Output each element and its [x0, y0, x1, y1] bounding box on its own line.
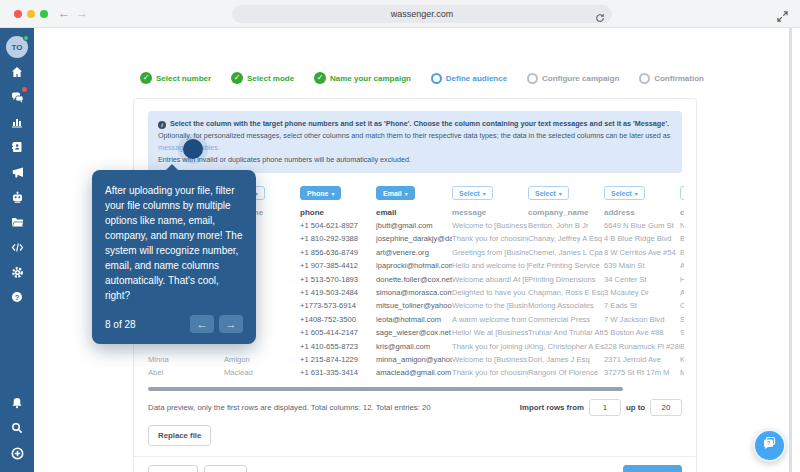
import-to-input[interactable]	[650, 399, 682, 416]
table-cell: Thank you for joining us	[452, 342, 528, 355]
tour-beacon[interactable]	[183, 139, 203, 159]
column-header: email	[376, 208, 452, 221]
table-cell: +1 856-636-8749	[300, 248, 376, 261]
column-type-select-company_name[interactable]: Select▾	[528, 186, 569, 200]
sidebar-item-analytics[interactable]	[6, 111, 28, 133]
step-circle-icon	[527, 73, 538, 84]
table-cell: mitsue_tollner@yahoo.	[376, 301, 452, 314]
browser-chrome: ← → wassenger.com	[0, 0, 800, 28]
table-cell: sage_wieser@cox.net	[376, 328, 452, 341]
table-cell: Chanay, Jeffrey A Esq	[528, 234, 604, 247]
sidebar-item-search[interactable]	[6, 417, 28, 439]
home-icon	[11, 66, 23, 78]
step-name-your-campaign[interactable]: ✓Name your campaign	[314, 72, 411, 84]
step-select-number[interactable]: ✓Select number	[140, 72, 211, 84]
table-column-email: Email▾emailjbutt@gmail.comjosephine_dara…	[376, 182, 452, 382]
tour-prev-button[interactable]: ←	[190, 315, 214, 333]
sidebar-item-bot[interactable]	[6, 186, 28, 208]
table-cell: Ku	[680, 355, 684, 368]
column-type-select-phone[interactable]: Phone▾	[300, 186, 341, 200]
horizontal-scrollbar[interactable]	[148, 387, 623, 391]
table-cell: Ha	[680, 275, 684, 288]
table-cell: Mi	[680, 368, 684, 381]
step-circle-icon	[431, 73, 442, 84]
table-cell: Hello and welcome to [	[452, 261, 528, 274]
window-close-button[interactable]	[14, 10, 22, 18]
column-header: company_name	[528, 208, 604, 221]
step-check-icon: ✓	[314, 72, 326, 84]
replace-file-button[interactable]: Replace file	[148, 425, 211, 446]
sidebar-item-contacts[interactable]	[6, 136, 28, 158]
sidebar-item-notifications[interactable]	[6, 392, 28, 414]
step-configure-campaign[interactable]: Configure campaign	[527, 72, 619, 84]
table-cell: 34 Center St	[604, 275, 680, 288]
robot-icon	[11, 191, 24, 204]
table-cell: Amigon	[224, 355, 300, 368]
browser-forward-icon[interactable]: →	[76, 6, 88, 20]
window-zoom-button[interactable]	[40, 10, 48, 18]
table-cell: Sa	[680, 315, 684, 328]
column-type-select-message[interactable]: Select▾	[452, 186, 493, 200]
tour-tooltip: After uploading your file, filter your f…	[92, 170, 256, 344]
svg-text:?: ?	[15, 293, 20, 302]
sidebar-item-create[interactable]	[6, 442, 28, 464]
table-cell: donette.foller@cox.net	[376, 275, 452, 288]
table-cell: Printing Dimensions	[528, 275, 604, 288]
reload-icon[interactable]	[595, 9, 605, 27]
table-cell: Dorl, James J Esq	[528, 355, 604, 368]
online-status-dot	[23, 35, 29, 41]
step-label: Name your campaign	[330, 74, 411, 83]
avatar[interactable]: TO	[6, 36, 28, 58]
step-label: Define audience	[446, 74, 507, 83]
preview-summary: Data preview, only the first rows are di…	[148, 403, 431, 412]
table-column-city: Select▾cityNeBriBriAnHaAsChSaSioBaKuMi	[680, 182, 684, 382]
continue-button[interactable]: Continue	[623, 465, 682, 472]
sidebar-item-settings[interactable]	[6, 261, 28, 283]
table-cell: Welcome to [Business N	[452, 221, 528, 234]
table-cell: minna_amigon@yahoo	[376, 355, 452, 368]
table-cell: As	[680, 288, 684, 301]
fullscreen-icon[interactable]	[777, 8, 788, 26]
table-cell: 7 Eads St	[604, 301, 680, 314]
table-column-phone: Phone▾phone+1 504-621-8927+1 810-292-938…	[300, 182, 376, 382]
table-cell: +1 810-292-9388	[300, 234, 376, 247]
banner-line3: Entries with invalid or duplicates phone…	[158, 154, 672, 166]
sidebar-item-files[interactable]	[6, 211, 28, 233]
info-icon: i	[158, 121, 166, 129]
support-chat-button[interactable]: ?	[753, 429, 786, 462]
table-cell: Hello! We at [Business N	[452, 328, 528, 341]
sidebar-item-home[interactable]	[6, 61, 28, 83]
chevron-down-icon: ▾	[405, 190, 408, 197]
table-cell: 228 Runamuck Pl #2808	[604, 342, 680, 355]
step-define-audience[interactable]: Define audience	[431, 72, 507, 84]
table-cell: Morlong Associates	[528, 301, 604, 314]
tour-step-counter: 8 of 28	[105, 319, 136, 330]
window-minimize-button[interactable]	[27, 10, 35, 18]
column-type-label: Select	[611, 190, 632, 197]
table-cell: +1 504-621-8927	[300, 221, 376, 234]
browser-scrollbar[interactable]	[789, 28, 792, 472]
sidebar-item-campaigns[interactable]	[6, 161, 28, 183]
sidebar-item-chats[interactable]	[6, 86, 28, 108]
table-cell: 2371 Jerrold Ave	[604, 355, 680, 368]
tour-text: After uploading your file, filter your f…	[105, 183, 243, 303]
column-type-select-city[interactable]: Select▾	[680, 186, 684, 200]
table-cell: Truhlar And Truhlar Atty	[528, 328, 604, 341]
browser-back-icon[interactable]: ←	[58, 6, 70, 20]
column-type-select-email[interactable]: Email▾	[376, 186, 415, 200]
sidebar-item-developer[interactable]	[6, 236, 28, 258]
column-type-select-address[interactable]: Select▾	[604, 186, 645, 200]
cancel-button[interactable]: Cancel	[148, 465, 198, 472]
table-column-message: Select▾messageWelcome to [Business NThan…	[452, 182, 528, 382]
chevron-down-icon: ▾	[331, 190, 334, 197]
step-label: Select number	[156, 74, 211, 83]
sidebar-item-help[interactable]: ?	[6, 286, 28, 308]
table-cell: Welcome to the [Busine	[452, 301, 528, 314]
tour-next-button[interactable]: →	[219, 315, 243, 333]
back-button[interactable]: Back	[204, 465, 247, 472]
step-select-mode[interactable]: ✓Select mode	[231, 72, 294, 84]
address-bar[interactable]: wassenger.com	[232, 5, 612, 23]
step-confirmation[interactable]: Confirmation	[639, 72, 704, 84]
table-column-address: Select▾address6649 N Blue Gum St4 B Blue…	[604, 182, 680, 382]
import-from-input[interactable]	[589, 399, 621, 416]
